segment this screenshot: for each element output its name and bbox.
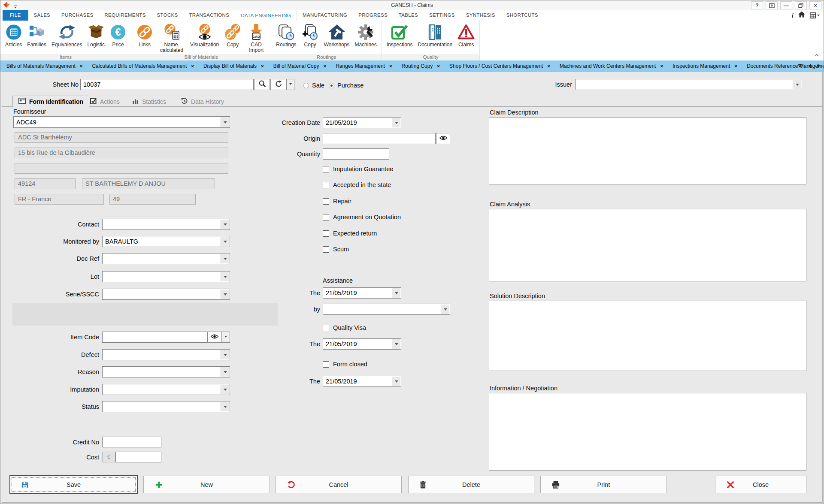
tab-form-identification[interactable]: Form Identification xyxy=(12,96,89,107)
ribbon-button-cad-import[interactable]: CAD CAD Import xyxy=(244,21,269,53)
imputation-guarantee-checkbox[interactable]: Imputation Guarantee xyxy=(323,166,393,172)
save-button[interactable]: Save xyxy=(10,476,137,493)
combo-arrow-icon[interactable] xyxy=(392,377,400,386)
close-tab-icon[interactable]: × xyxy=(660,63,663,69)
reason-combobox[interactable] xyxy=(102,366,230,377)
close-tab-icon[interactable]: × xyxy=(191,63,194,69)
close-tab-icon[interactable]: × xyxy=(389,63,392,69)
agreement-on-quotation-checkbox[interactable]: Agreement on Quotation xyxy=(323,214,401,220)
claim-description-textarea[interactable] xyxy=(489,117,806,184)
ribbon-button-inspections[interactable]: Inspections xyxy=(384,21,415,48)
menu-item-synthesis[interactable]: SYNTHESIS xyxy=(460,10,501,21)
issuer-combobox[interactable] xyxy=(576,79,802,90)
tab-actions[interactable]: Actions xyxy=(90,97,120,106)
menu-item-stocks[interactable]: STOCKS xyxy=(151,10,184,21)
close-window-button[interactable]: × xyxy=(809,1,821,9)
ribbon-button-equivalences[interactable]: Equivalences xyxy=(49,21,85,48)
quality-visa-checkbox[interactable]: Quality Visa xyxy=(323,324,366,331)
menu-item-tables[interactable]: TABLES xyxy=(393,10,424,21)
combo-arrow-icon[interactable] xyxy=(221,290,229,299)
doc-ref-combobox[interactable] xyxy=(102,253,230,264)
menu-item-manufacturing[interactable]: MANUFACTURING xyxy=(297,10,353,21)
help-button[interactable]: ? xyxy=(751,1,763,9)
ribbon-button-copy-bom[interactable]: Copy xyxy=(221,21,244,48)
tab-data-history[interactable]: Data History xyxy=(181,97,224,106)
cancel-button[interactable]: Cancel xyxy=(276,476,402,493)
search-button[interactable] xyxy=(254,79,270,90)
home-icon[interactable] xyxy=(798,11,805,19)
assistance-date-picker[interactable] xyxy=(323,287,401,299)
combo-arrow-icon[interactable] xyxy=(221,385,229,394)
combo-arrow-icon[interactable] xyxy=(392,339,400,349)
item-code-view-button[interactable] xyxy=(207,332,222,343)
ribbon-button-families[interactable]: Families xyxy=(24,21,49,48)
creation-date-picker[interactable] xyxy=(323,117,401,128)
tab-statistics[interactable]: Statistics xyxy=(132,97,166,106)
claim-analysis-textarea[interactable] xyxy=(489,209,806,281)
new-button[interactable]: New xyxy=(143,476,270,493)
origin-view-button[interactable] xyxy=(436,133,450,144)
ribbon-button-links[interactable]: Links xyxy=(133,21,156,48)
form-closed-date-picker[interactable] xyxy=(323,376,401,387)
ribbon-button-workshops[interactable]: Workshops xyxy=(321,21,352,48)
close-tab-icon[interactable]: × xyxy=(261,63,264,69)
combo-arrow-icon[interactable] xyxy=(793,80,801,89)
accepted-in-state-checkbox[interactable]: Accepted in the state xyxy=(323,181,391,188)
combo-arrow-icon[interactable] xyxy=(221,367,229,377)
form-closed-checkbox[interactable]: Form closed xyxy=(323,361,367,368)
menu-item-sales[interactable]: SALES xyxy=(28,10,56,21)
close-tab-icon[interactable]: × xyxy=(323,63,326,69)
ribbon-button-copy-routing[interactable]: Copy xyxy=(299,21,321,48)
combo-arrow-icon[interactable] xyxy=(392,288,400,298)
ribbon-button-machines[interactable]: Machines xyxy=(352,21,379,48)
tab-ranges-management[interactable]: Ranges Management× xyxy=(331,60,397,72)
refresh-options-button[interactable] xyxy=(286,79,294,90)
tab-display-bill[interactable]: Display Bill of Materials× xyxy=(199,60,269,72)
menu-item-requirements[interactable]: REQUIREMENTS xyxy=(99,10,151,21)
scroll-tabs-right-icon[interactable] xyxy=(817,62,821,70)
origin-input[interactable] xyxy=(323,133,436,144)
tab-bills-of-materials-management[interactable]: Bills of Materials Management× xyxy=(2,60,87,72)
ribbon-button-visualization[interactable]: Visualization xyxy=(188,21,221,48)
solution-description-textarea[interactable] xyxy=(489,301,806,371)
close-tab-icon[interactable]: × xyxy=(80,63,83,69)
ribbon-button-articles[interactable]: Articles xyxy=(3,21,24,48)
tab-inspections-management[interactable]: Inspections Management× xyxy=(668,60,742,72)
tab-list-icon[interactable] xyxy=(797,62,803,70)
expected-return-checkbox[interactable]: Expected return xyxy=(323,230,377,237)
sale-radio[interactable]: Sale xyxy=(303,82,324,89)
combo-arrow-icon[interactable] xyxy=(221,117,229,127)
close-tab-icon[interactable]: × xyxy=(547,63,550,69)
tab-machines-work-centers[interactable]: Machines and Work Centers Management× xyxy=(555,60,668,72)
combo-arrow-icon[interactable] xyxy=(221,237,229,246)
info-icon[interactable]: i xyxy=(792,12,794,18)
combo-arrow-icon[interactable] xyxy=(221,350,229,359)
combo-arrow-icon[interactable] xyxy=(392,118,400,127)
quality-visa-date-picker[interactable] xyxy=(323,338,401,350)
combo-arrow-icon[interactable] xyxy=(221,272,229,281)
combo-arrow-icon[interactable] xyxy=(441,305,449,314)
contact-combobox[interactable] xyxy=(102,219,230,230)
menu-item-settings[interactable]: SETTINGS xyxy=(424,10,460,21)
close-tab-icon[interactable]: × xyxy=(734,63,737,69)
menu-item-shortcuts[interactable]: SHORTCUTS xyxy=(501,10,544,21)
menu-item-progress[interactable]: PROGRESS xyxy=(353,10,393,21)
combo-arrow-icon[interactable] xyxy=(221,254,229,263)
print-button[interactable]: Print xyxy=(540,476,667,493)
calculator-icon[interactable] xyxy=(810,12,820,18)
imputation-combobox[interactable] xyxy=(102,384,230,395)
cost-input[interactable] xyxy=(115,452,161,462)
collapse-ribbon-icon[interactable] xyxy=(814,51,819,59)
repair-checkbox[interactable]: Repair xyxy=(323,198,351,205)
tab-routing-copy[interactable]: Routing Copy× xyxy=(397,60,445,72)
combo-arrow-icon[interactable] xyxy=(221,220,229,229)
quantity-input[interactable] xyxy=(323,148,389,160)
ribbon-button-price[interactable]: € Price xyxy=(107,21,129,48)
tab-calculated-bills[interactable]: Calculated Bills of Materials Management… xyxy=(87,60,199,72)
supplier-code-combobox[interactable] xyxy=(13,116,230,128)
pin-window-button[interactable] xyxy=(766,1,778,9)
delete-button[interactable]: Delete xyxy=(408,476,534,493)
credit-no-input[interactable] xyxy=(102,437,161,447)
scum-checkbox[interactable]: Scum xyxy=(323,246,349,253)
status-combobox[interactable] xyxy=(102,401,230,412)
